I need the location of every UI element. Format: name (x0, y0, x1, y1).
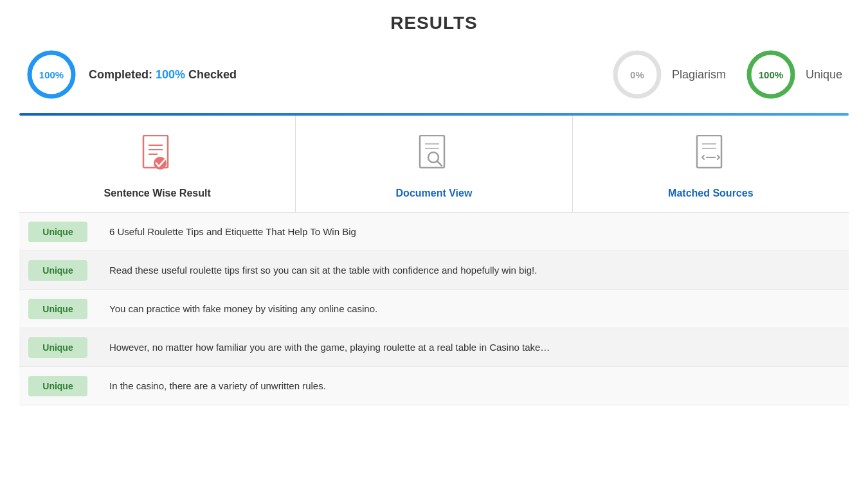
completed-circle: 100% (26, 49, 77, 100)
result-text-1: Read these useful roulette tips first so… (96, 254, 849, 286)
plagiarism-percent: 0% (630, 69, 644, 80)
unique-badge: Unique (28, 260, 87, 281)
badge-4: Unique (19, 369, 96, 403)
badge-3: Unique (19, 331, 96, 364)
panel-matched-sources[interactable]: Matched Sources (573, 116, 849, 212)
badge-0: Unique (19, 215, 96, 249)
results-table: Unique 6 Useful Roulette Tips and Etique… (19, 213, 849, 405)
plagiarism-label: Plagiarism (672, 68, 726, 82)
table-row: Unique In the casino, there are a variet… (19, 367, 849, 405)
badge-2: Unique (19, 292, 96, 326)
completed-label: Completed: 100% Checked (89, 68, 237, 82)
unique-percent: 100% (759, 69, 783, 80)
panel-sentence-wise-label: Sentence Wise Result (104, 188, 211, 199)
table-row: Unique Read these useful roulette tips f… (19, 251, 849, 290)
stats-row: 100% Completed: 100% Checked 0% Plagiari… (19, 49, 849, 100)
panel-document-view-label: Document View (396, 188, 473, 199)
document-check-icon (138, 134, 177, 180)
result-text-2: You can practice with fake money by visi… (96, 293, 849, 324)
table-row: Unique 6 Useful Roulette Tips and Etique… (19, 213, 849, 251)
completed-percent: 100% (39, 69, 64, 80)
result-text-4: In the casino, there are a variety of un… (96, 370, 849, 401)
unique-stat: 100% Unique (745, 49, 842, 100)
svg-rect-16 (697, 136, 721, 168)
right-stats: 0% Plagiarism 100% Unique (611, 49, 842, 100)
plagiarism-stat: 0% Plagiarism (611, 49, 726, 100)
panel-document-view[interactable]: Document View (296, 116, 572, 212)
document-search-icon (415, 134, 453, 180)
table-row: Unique However, no matter how familiar y… (19, 328, 849, 367)
unique-badge: Unique (28, 337, 87, 358)
unique-badge: Unique (28, 299, 87, 319)
panel-matched-sources-label: Matched Sources (668, 188, 753, 199)
badge-1: Unique (19, 254, 96, 287)
document-compare-icon (691, 134, 730, 180)
panel-sentence-wise[interactable]: Sentence Wise Result (19, 116, 296, 212)
unique-badge: Unique (28, 376, 87, 396)
panels-row: Sentence Wise Result Document View (19, 116, 849, 213)
unique-label: Unique (806, 68, 842, 82)
completed-stat: 100% Completed: 100% Checked (26, 49, 237, 100)
page-title: RESULTS (19, 13, 849, 33)
unique-circle: 100% (745, 49, 797, 100)
plagiarism-circle: 0% (611, 49, 663, 100)
table-row: Unique You can practice with fake money … (19, 290, 849, 328)
unique-badge: Unique (28, 222, 87, 242)
result-text-0: 6 Useful Roulette Tips and Etiquette Tha… (96, 216, 849, 247)
result-text-3: However, no matter how familiar you are … (96, 331, 849, 363)
